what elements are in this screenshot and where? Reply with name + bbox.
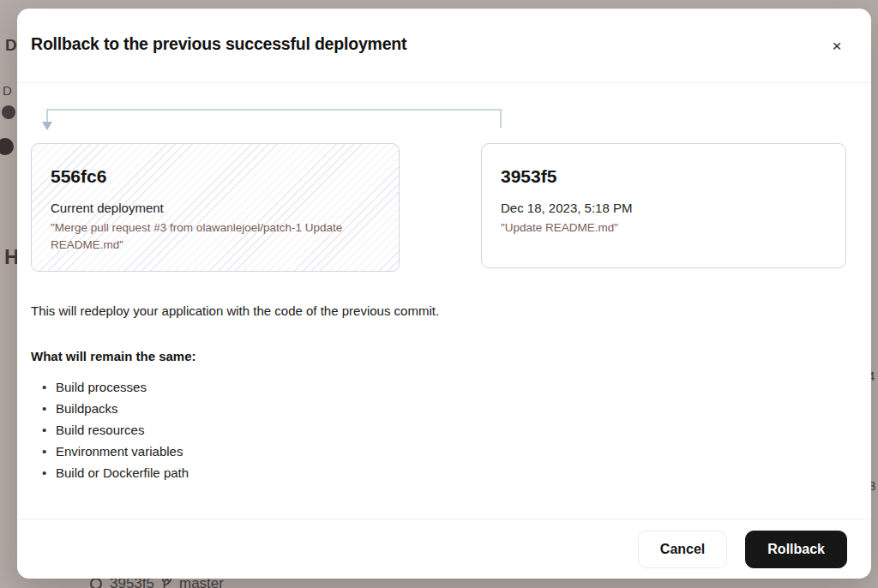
remain-same-list: Build processes Buildpacks Build resourc… [31, 378, 189, 485]
github-icon [2, 105, 15, 119]
rollback-dialog: Rollback to the previous successful depl… [17, 9, 871, 579]
footer-divider [17, 519, 871, 519]
connector-line-horizontal [46, 109, 502, 111]
list-item: Build processes [31, 378, 189, 399]
remain-same-heading: What will remain the same: [31, 349, 196, 363]
current-deployment-card: 556fc6 Current deployment "Merge pull re… [31, 143, 400, 272]
dialog-title: Rollback to the previous successful depl… [31, 34, 406, 54]
list-item: Build or Dockerfile path [31, 464, 189, 485]
connector-line-left [46, 109, 48, 123]
current-commit-hash: 556fc6 [51, 166, 380, 187]
current-deployment-label: Current deployment [51, 201, 380, 215]
list-item: Environment variables [31, 442, 189, 464]
list-item: Buildpacks [31, 399, 189, 421]
commit-icon [90, 578, 102, 588]
previous-commit-message: "Update README.md" [501, 219, 827, 237]
redeploy-description: This will redeploy your application with… [31, 303, 439, 318]
backdrop-letter-fragment: D [3, 83, 12, 98]
current-commit-message: "Merge pull request #3 from olawanlejoel… [51, 219, 380, 255]
close-icon[interactable]: × [825, 34, 849, 58]
previous-deployment-date: Dec 18, 2023, 5:18 PM [501, 201, 827, 215]
avatar-fragment [0, 138, 14, 155]
cancel-button[interactable]: Cancel [638, 531, 727, 568]
arrow-down-icon [42, 122, 52, 130]
previous-commit-hash: 3953f5 [501, 166, 827, 187]
connector-line-right [500, 109, 502, 128]
rollback-button[interactable]: Rollback [745, 531, 847, 568]
previous-deployment-card: 3953f5 Dec 18, 2023, 5:18 PM "Update REA… [481, 143, 846, 268]
backdrop-letter-fragment: D [5, 36, 17, 55]
list-item: Build resources [31, 421, 189, 442]
dialog-footer: Cancel Rollback [17, 531, 871, 568]
header-divider [17, 82, 871, 83]
